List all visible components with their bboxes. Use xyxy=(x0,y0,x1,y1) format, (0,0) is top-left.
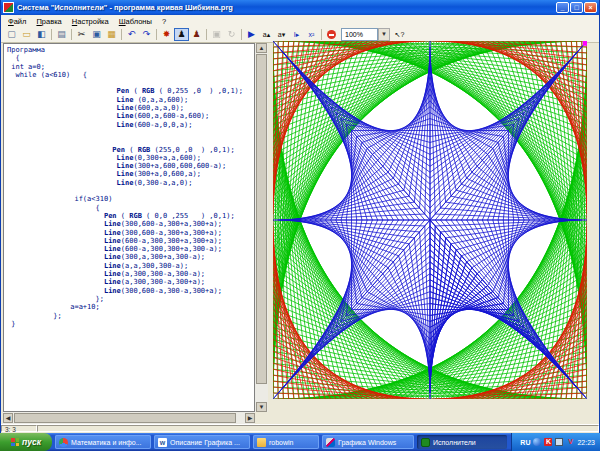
code-line: if(a<310) xyxy=(7,195,254,203)
executor-button[interactable]: ♟ xyxy=(174,28,189,41)
step-into-button[interactable]: a▾ xyxy=(274,28,289,41)
code-line: Line(600,a,600-a,600); xyxy=(7,112,254,120)
toolbar-separator xyxy=(156,29,157,40)
chevron-down-icon[interactable]: ▼ xyxy=(378,28,390,41)
window-layout-button: ▣ xyxy=(209,28,224,41)
status-message xyxy=(37,425,599,432)
menu-file[interactable]: Файл xyxy=(3,17,31,26)
code-line: Line(0,300+a,a,600); xyxy=(7,154,254,162)
code-line: }; xyxy=(7,295,254,303)
taskbar-task-folder[interactable]: robowin xyxy=(253,435,319,449)
scroll-right-button[interactable]: ▶ xyxy=(245,413,255,423)
code-line: Pen ( RGB (255,0 ,0 ) ,0,1); xyxy=(7,146,254,154)
menu-settings[interactable]: Настройка xyxy=(67,17,114,26)
code-line xyxy=(7,129,254,137)
clock[interactable]: 22:23 xyxy=(577,439,595,446)
code-line: { xyxy=(7,54,254,62)
app-icon xyxy=(3,2,14,13)
code-line: Pen ( RGB ( 0,255 ,0 ) ,0,1); xyxy=(7,87,254,95)
scroll-down-button[interactable]: ▼ xyxy=(256,402,267,412)
code-line: { xyxy=(7,204,254,212)
title-bar[interactable]: Система "Исполнители" - программа кривая… xyxy=(1,0,599,15)
step-over-button[interactable]: a▴ xyxy=(259,28,274,41)
folder-icon xyxy=(257,438,266,447)
close-button[interactable]: × xyxy=(584,2,597,13)
cursor-position: 3: 3 xyxy=(1,425,37,432)
code-line: Line(600-a,300,300+a,300-a); xyxy=(7,245,254,253)
menu-edit[interactable]: Правка xyxy=(31,17,66,26)
windows-logo-icon xyxy=(11,438,19,446)
toolbar-separator xyxy=(241,29,242,40)
code-line xyxy=(7,187,254,195)
paste-button[interactable]: ▦ xyxy=(104,28,119,41)
toolbar-separator xyxy=(71,29,72,40)
trace-button[interactable]: I▸ xyxy=(289,28,304,41)
scroll-left-button[interactable]: ◀ xyxy=(3,413,13,423)
app-window: Система "Исполнители" - программа кривая… xyxy=(0,0,600,433)
variables-button[interactable]: x² xyxy=(304,28,319,41)
code-editor[interactable]: Программа { int a=0; while (a<610) { Pen… xyxy=(3,43,255,412)
vertical-scroll-thumb[interactable] xyxy=(256,54,267,384)
scroll-up-button[interactable]: ▲ xyxy=(256,43,267,53)
undo-button[interactable]: ↶ xyxy=(124,28,139,41)
tray-display-icon[interactable] xyxy=(555,438,563,446)
code-line: Line(300,600-a,300+a,300+a); xyxy=(7,220,254,228)
code-line xyxy=(7,79,254,87)
toolbar-separator xyxy=(121,29,122,40)
system-tray: RU K V 22:23 xyxy=(511,433,600,451)
context-help-button[interactable]: ↖? xyxy=(392,28,407,41)
drawing-canvas[interactable] xyxy=(273,41,587,399)
language-indicator[interactable]: RU xyxy=(520,439,530,446)
tray-red-v-icon[interactable]: V xyxy=(566,438,574,446)
executor-debug-button[interactable]: ♟ xyxy=(189,28,204,41)
tray-blue-ball-icon[interactable] xyxy=(533,438,541,446)
taskbar-task-browser[interactable]: Математика и инфо... xyxy=(55,435,151,449)
copy-button[interactable]: ▣ xyxy=(89,28,104,41)
toolbar-separator xyxy=(206,29,207,40)
code-line: Программа xyxy=(7,46,254,54)
zoom-value[interactable]: 100% xyxy=(341,28,378,41)
tray-antivirus-icon[interactable]: K xyxy=(544,438,552,446)
save-file-button[interactable]: ◧ xyxy=(34,28,49,41)
code-line: Line(0,300-a,a,0); xyxy=(7,179,254,187)
stop-icon xyxy=(327,30,336,39)
paint-icon xyxy=(326,438,335,447)
menu-templates[interactable]: Шаблоны xyxy=(114,17,157,26)
code-line: Line(600-a,300,300+a,300+a); xyxy=(7,237,254,245)
taskbar-task-document[interactable]: w Описание Графика ... xyxy=(154,435,250,449)
code-line xyxy=(7,137,254,145)
taskbar: пуск Математика и инфо... w Описание Гра… xyxy=(0,433,600,451)
editor-horizontal-scrollbar[interactable]: ◀ ▶ xyxy=(3,412,255,424)
minimize-button[interactable]: _ xyxy=(556,2,569,13)
zoom-combobox[interactable]: 100% ▼ xyxy=(341,28,390,41)
new-file-button[interactable]: ▢ xyxy=(4,28,19,41)
open-file-button[interactable]: ▭ xyxy=(19,28,34,41)
redo-button[interactable]: ↷ xyxy=(139,28,154,41)
code-line: }; xyxy=(7,312,254,320)
drawing-panel xyxy=(268,43,599,424)
drawing-canvas-svg xyxy=(273,41,587,399)
toolbar-separator xyxy=(321,29,322,40)
program-code: Программа { int a=0; while (a<610) { Pen… xyxy=(7,46,254,328)
code-line: Line(a,300,300-a,300+a); xyxy=(7,278,254,286)
taskbar-task-executors[interactable]: Исполнители xyxy=(417,435,507,449)
window-title: Система "Исполнители" - программа кривая… xyxy=(17,3,556,12)
code-line: Line(300,a,300+a,300-a); xyxy=(7,253,254,261)
horizontal-scroll-thumb[interactable] xyxy=(14,413,236,423)
code-line: Line(a,a,300,300-a); xyxy=(7,262,254,270)
stop-button[interactable] xyxy=(324,28,339,41)
menu-help[interactable]: ? xyxy=(157,17,171,26)
taskbar-task-graphics[interactable]: Графика Windows xyxy=(322,435,414,449)
code-line: Line (0,a,a,600); xyxy=(7,96,254,104)
pen-position-marker xyxy=(583,41,587,46)
field-setup-button[interactable]: ✸ xyxy=(159,28,174,41)
restore-button[interactable]: □ xyxy=(570,2,583,13)
cut-button[interactable]: ✂ xyxy=(74,28,89,41)
task-label: Графика Windows xyxy=(338,439,396,446)
editor-vertical-scrollbar[interactable]: ▲ ▼ xyxy=(255,43,268,412)
start-button[interactable]: пуск xyxy=(0,433,52,451)
run-button[interactable]: ▶ xyxy=(244,28,259,41)
code-line: Line(300,600-a,300-a,300+a); xyxy=(7,287,254,295)
print-button[interactable]: ▤ xyxy=(54,28,69,41)
code-line: a=a+10; xyxy=(7,303,254,311)
